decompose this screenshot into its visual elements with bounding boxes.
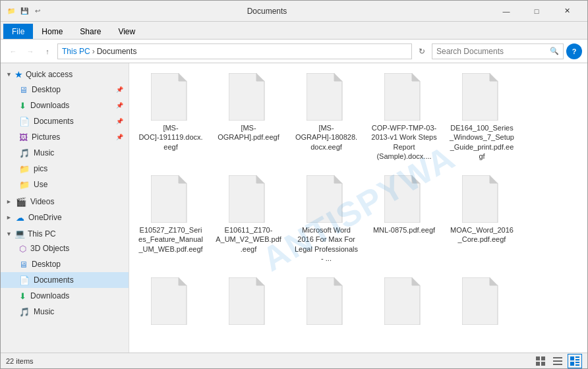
sidebar-item-documents-label: Documents [34,117,74,126]
sidebar-item-pc-music-label: Music [34,307,54,316]
file-item[interactable]: MNL-0875.pdf.eegf [368,171,440,268]
svg-rect-37 [570,356,574,360]
help-button[interactable]: ? [566,43,582,59]
sidebar-item-pc-music[interactable]: 🎵 Music [1,304,129,320]
pc-desktop-icon: 🖥 [19,260,28,270]
sidebar-item-downloads-label: Downloads [30,101,69,110]
sidebar-item-onedrive[interactable]: ► ☁ OneDrive [1,210,129,225]
view-details-button[interactable] [568,354,582,368]
path-thispc[interactable]: This PC [62,47,90,56]
forward-button[interactable]: → [23,44,38,59]
close-button[interactable]: ✕ [552,1,582,22]
file-item[interactable]: [MS-OGRAPH].pdf.eegf [212,69,285,165]
svg-marker-13 [256,175,264,183]
file-item[interactable]: Microsoft Word 2016 For Max For Legal Pr… [290,171,363,268]
titlebar-icon-group: 📁 💾 ↩ [6,6,43,16]
sidebar-item-pics[interactable]: 📁 pics [1,161,129,177]
file-item[interactable]: [MS-OGRAPH]-180828.docx.eegf [290,69,363,165]
file-item[interactable]: MOAC_Word_2016_Core.pdf.eegf [446,171,518,268]
sidebar-item-videos[interactable]: ► 🎬 Videos [1,194,129,210]
file-item[interactable] [368,273,440,332]
item-count: 22 items [6,357,34,365]
svg-rect-41 [575,362,579,363]
file-item[interactable]: E10611_Z170-A_UM_V2_WEB.pdf.eegf [212,171,285,268]
sidebar-item-pictures-label: Pictures [32,132,60,142]
tab-share[interactable]: Share [71,24,109,39]
statusbar: 22 items [1,353,587,368]
view-grid-button[interactable] [533,354,548,368]
minimize-button[interactable]: — [491,1,521,22]
svg-marker-3 [256,73,264,81]
pin-icon: 📌 [116,86,123,93]
sidebar: ▼ ★ Quick access 🖥 Desktop 📌 ⬇ Downloads… [1,63,129,353]
file-label: MOAC_Word_2016_Core.pdf.eegf [449,225,515,244]
file-item[interactable]: [MS-DOC]-191119.docx.eegf [134,69,207,165]
file-label: COP-WFP-TMP-03-2013-v1 Work Steps Report… [371,123,437,161]
chevron-thispc-icon: ▼ [6,231,12,237]
pc-downloads-icon: ⬇ [19,291,26,301]
back-button[interactable]: ← [6,44,20,59]
downloads-icon: ⬇ [19,101,26,111]
save-icon: 💾 [19,6,30,16]
sidebar-item-music-label: Music [34,148,54,157]
file-item[interactable]: COP-WFP-TMP-03-2013-v1 Work Steps Report… [368,69,440,165]
tab-file[interactable]: File [3,24,33,39]
svg-rect-34 [553,357,562,358]
tab-view[interactable]: View [109,24,144,39]
file-item[interactable] [290,273,363,332]
sidebar-item-desktop[interactable]: 🖥 Desktop 📌 [1,82,129,98]
ribbon: File Home Share View [1,22,587,40]
window: 📁 💾 ↩ Documents — □ ✕ File Home Share Vi… [0,0,588,369]
file-label: Microsoft Word 2016 For Max For Legal Pr… [293,225,359,263]
up-button[interactable]: ↑ [40,44,55,59]
desktop-icon: 🖥 [19,85,28,95]
file-item[interactable] [134,273,207,332]
sidebar-item-pc-documents[interactable]: 📄 Documents [1,272,129,288]
address-path[interactable]: This PC › Documents [57,43,412,59]
file-item[interactable] [446,273,518,332]
folder-icon: 📁 [6,6,16,16]
tab-home[interactable]: Home [33,24,71,39]
refresh-button[interactable]: ↻ [415,44,429,59]
sidebar-item-pc-desktop[interactable]: 🖥 Desktop [1,256,129,272]
sidebar-item-pictures[interactable]: 🖼 Pictures 📌 [1,129,129,145]
sidebar-item-documents[interactable]: 📄 Documents 📌 [1,113,129,129]
sidebar-item-3dobjects[interactable]: ⬡ 3D Objects [1,241,129,256]
file-icon [229,277,268,325]
sidebar-section-thispc: ▼ 💻 This PC ⬡ 3D Objects 🖥 Desktop 📄 Doc… [1,227,129,320]
search-input[interactable] [436,47,547,56]
sidebar-item-pc-documents-label: Documents [34,275,74,285]
file-icon [151,175,191,223]
svg-marker-27 [412,277,420,285]
content-area[interactable]: ANTISPYWA [MS-DOC]-191119.docx.eegf [129,63,587,353]
file-grid: [MS-DOC]-191119.docx.eegf [MS-OGRAPH].pd… [129,63,587,337]
svg-rect-39 [575,356,579,358]
svg-rect-32 [536,362,540,366]
use-folder-icon: 📁 [19,180,30,190]
sidebar-item-pc-downloads[interactable]: ⬇ Downloads [1,288,129,304]
file-icon [307,73,346,121]
sidebar-header-thispc[interactable]: ▼ 💻 This PC [1,227,129,241]
file-item[interactable]: E10527_Z170_Series_Feature_Manual_UM_WEB… [134,171,207,268]
svg-rect-31 [541,356,545,360]
main-area: ▼ ★ Quick access 🖥 Desktop 📌 ⬇ Downloads… [1,63,587,353]
sidebar-header-quickaccess[interactable]: ▼ ★ Quick access [1,67,129,82]
svg-marker-23 [256,277,264,285]
search-box[interactable]: 🔍 [432,43,564,59]
file-item[interactable] [212,273,285,332]
pin-icon-downloads: 📌 [116,102,123,109]
svg-marker-7 [412,73,420,81]
svg-marker-9 [490,73,498,81]
sidebar-item-use[interactable]: 📁 Use [1,177,129,192]
path-documents[interactable]: Documents [97,47,137,56]
maximize-button[interactable]: □ [521,1,552,22]
view-list-button[interactable] [550,354,565,368]
file-item[interactable]: DE164_100_Series_Windows_7_Setup_Guide_p… [446,69,518,165]
file-label: [MS-OGRAPH]-180828.docx.eegf [293,123,359,152]
pictures-icon: 🖼 [19,132,28,142]
sidebar-item-videos-label: Videos [30,197,54,206]
sidebar-item-music[interactable]: 🎵 Music [1,145,129,161]
sidebar-item-downloads[interactable]: ⬇ Downloads 📌 [1,98,129,113]
sidebar-item-pics-label: pics [34,164,47,173]
ribbon-tab-bar: File Home Share View [1,22,587,39]
